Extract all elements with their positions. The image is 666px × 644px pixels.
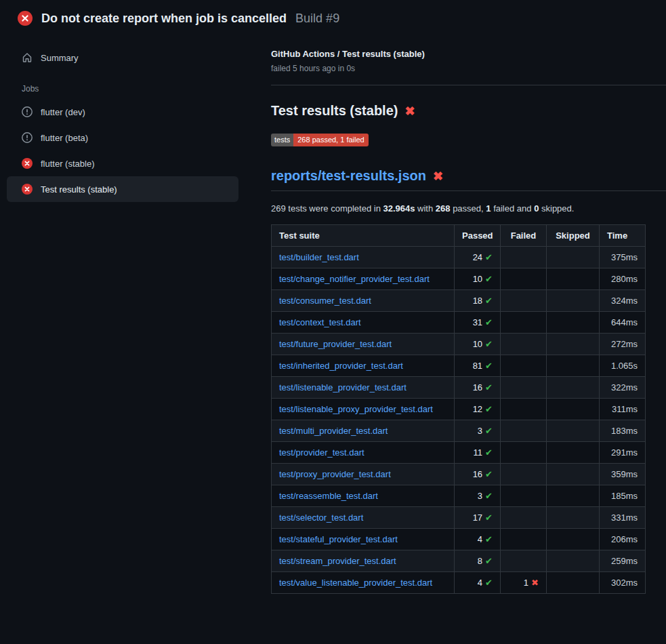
time-cell: 280ms	[600, 268, 646, 290]
time-cell: 331ms	[600, 507, 646, 529]
skipped-cell	[547, 312, 600, 334]
time-cell: 272ms	[600, 334, 646, 355]
failed-cell	[501, 312, 547, 334]
summary-text: 269 tests were completed in	[271, 203, 383, 214]
cross-icon: ✖	[531, 578, 539, 588]
skipped-cell	[547, 420, 600, 442]
count-value: 81	[473, 361, 482, 371]
jobs-section-label: Jobs	[22, 84, 253, 94]
summary-duration: 32.964s	[383, 203, 415, 214]
test-suite-cell: test/change_notifier_provider_test.dart	[272, 268, 455, 290]
sidebar-item-label: flutter (stable)	[41, 159, 94, 169]
col-header-skipped: Skipped	[547, 225, 600, 247]
check-icon: ✔	[485, 339, 493, 349]
time-cell: 311ms	[600, 399, 646, 420]
failed-cell	[501, 550, 547, 572]
summary-passed-count: 268	[436, 203, 451, 214]
time-value: 206ms	[611, 534, 638, 544]
count-value: 10	[473, 274, 482, 284]
time-cell: 644ms	[600, 312, 646, 334]
passed-cell: 31✔	[455, 312, 501, 334]
section-title-row: Test results (stable) ✖	[271, 103, 666, 119]
passed-cell: 17✔	[455, 507, 501, 529]
skipped-cell	[547, 464, 600, 485]
build-header: Do not create report when job is cancell…	[0, 0, 666, 34]
sidebar-summary-label: Summary	[41, 53, 79, 63]
sidebar-item-label: flutter (beta)	[41, 133, 88, 143]
time-value: 644ms	[611, 317, 638, 327]
test-suite-link[interactable]: test/builder_test.dart	[279, 252, 359, 262]
check-icon: ✔	[485, 556, 493, 566]
sidebar-item-summary[interactable]: Summary	[7, 45, 238, 71]
failed-status-icon	[22, 184, 33, 195]
count-value: 16	[473, 382, 482, 393]
table-row: test/stream_provider_test.dart8✔259ms	[272, 550, 646, 572]
tests-badge: tests 268 passed, 1 failed	[271, 134, 369, 146]
skipped-cell	[547, 268, 600, 290]
check-icon: ✔	[485, 578, 493, 588]
test-suite-link[interactable]: test/stream_provider_test.dart	[279, 556, 396, 566]
table-row: test/multi_provider_test.dart3✔183ms	[272, 420, 646, 442]
sidebar-item-test-results-stable[interactable]: Test results (stable)	[7, 176, 238, 202]
table-row: test/proxy_provider_test.dart16✔359ms	[272, 464, 646, 485]
test-suite-link[interactable]: test/reassemble_test.dart	[279, 491, 378, 501]
count-value: 8	[478, 556, 482, 566]
count-value: 1	[524, 578, 528, 588]
sidebar-item-flutter-beta[interactable]: flutter (beta)	[7, 125, 238, 150]
table-row: test/future_provider_test.dart10✔272ms	[272, 334, 646, 355]
summary-text: with	[415, 203, 435, 214]
sidebar: Summary Jobs flutter (dev) flutter (beta…	[0, 34, 253, 202]
table-row: test/provider_test.dart11✔291ms	[272, 442, 646, 464]
test-suite-link[interactable]: test/selector_test.dart	[279, 512, 363, 523]
sidebar-item-flutter-dev[interactable]: flutter (dev)	[7, 99, 238, 125]
failed-cell	[501, 507, 547, 529]
count-value: 10	[473, 339, 482, 349]
test-suite-link[interactable]: test/context_test.dart	[279, 317, 361, 327]
summary-text: failed and	[491, 203, 535, 214]
test-suite-link[interactable]: test/future_provider_test.dart	[279, 339, 392, 349]
failed-cell	[501, 442, 547, 464]
test-suite-link[interactable]: test/stateful_provider_test.dart	[279, 534, 398, 544]
test-suite-link[interactable]: test/inherited_provider_test.dart	[279, 361, 403, 371]
summary-text: passed,	[451, 203, 486, 214]
passed-cell: 3✔	[455, 485, 501, 507]
failed-x-icon: ✖	[433, 170, 443, 182]
failed-status-icon	[18, 11, 33, 26]
count-value: 3	[478, 426, 482, 436]
failed-cell	[501, 485, 547, 507]
time-cell: 302ms	[600, 572, 646, 594]
passed-cell: 12✔	[455, 399, 501, 420]
test-suite-link[interactable]: test/change_notifier_provider_test.dart	[279, 274, 430, 284]
skipped-cell	[547, 550, 600, 572]
results-table: Test suite Passed Failed Skipped Time te…	[271, 224, 646, 594]
test-suite-cell: test/context_test.dart	[272, 312, 455, 334]
test-suite-link[interactable]: test/provider_test.dart	[279, 447, 365, 458]
passed-cell: 10✔	[455, 268, 501, 290]
test-suite-link[interactable]: test/consumer_test.dart	[279, 296, 371, 306]
test-suite-link[interactable]: test/listenable_provider_test.dart	[279, 382, 407, 393]
time-value: 185ms	[611, 491, 638, 501]
test-suite-link[interactable]: test/value_listenable_provider_test.dart	[279, 578, 432, 588]
time-value: 291ms	[611, 447, 638, 458]
page-layout: Summary Jobs flutter (dev) flutter (beta…	[0, 34, 666, 594]
passed-cell: 10✔	[455, 334, 501, 355]
passed-cell: 16✔	[455, 377, 501, 399]
table-row: test/value_listenable_provider_test.dart…	[272, 572, 646, 594]
count-value: 11	[474, 447, 483, 458]
test-suite-link[interactable]: test/multi_provider_test.dart	[279, 426, 388, 436]
check-icon: ✔	[485, 426, 493, 436]
time-cell: 259ms	[600, 550, 646, 572]
table-row: test/reassemble_test.dart3✔185ms	[272, 485, 646, 507]
test-suite-link[interactable]: test/proxy_provider_test.dart	[279, 469, 391, 479]
skipped-cell	[547, 334, 600, 355]
test-suite-link[interactable]: test/listenable_proxy_provider_test.dart	[279, 404, 433, 414]
report-link[interactable]: reports/test-results.json	[271, 168, 426, 184]
time-value: 311ms	[612, 404, 638, 414]
failed-cell	[501, 268, 547, 290]
count-value: 18	[473, 296, 482, 306]
passed-cell: 24✔	[455, 247, 501, 268]
passed-cell: 3✔	[455, 420, 501, 442]
test-suite-cell: test/listenable_provider_test.dart	[272, 377, 455, 399]
sidebar-item-flutter-stable[interactable]: flutter (stable)	[7, 150, 238, 176]
skipped-cell	[547, 507, 600, 529]
